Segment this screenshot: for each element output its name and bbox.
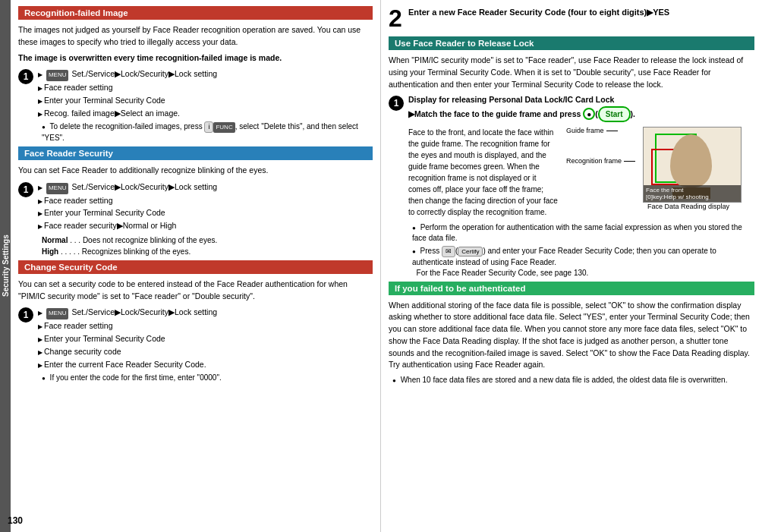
diagram-description: Face to the front, and locate the face w… — [408, 127, 560, 218]
use-face-reader-bullet2: Press ✉(Certify) and enter your Face Rea… — [412, 246, 754, 279]
sidebar-label: Security Settings — [0, 0, 11, 532]
right-panel: 2 Enter a new Face Reader Security Code … — [381, 0, 762, 532]
diagram-area: Face to the front, and locate the face w… — [408, 127, 754, 218]
use-face-reader-step1-content: Display for releasing Personal Data Lock… — [408, 94, 754, 278]
use-face-reader-text2: ▶Match the face to the guide frame and p… — [408, 106, 754, 122]
recognition-frame-label: Recognition frame — [566, 157, 635, 165]
step2-content: Enter a new Face Reader Security Code (f… — [408, 6, 754, 19]
recognition-failed-intro2: The image is overwritten every time reco… — [18, 52, 373, 65]
face-reader-item3: Enter your Terminal Security Code — [38, 206, 373, 219]
use-face-reader-step1: 1 Display for releasing Personal Data Lo… — [389, 94, 754, 278]
change-security-note: If you enter the code for the first time… — [42, 373, 373, 383]
recognition-failed-intro1: The images not judged as yourself by Fac… — [18, 24, 373, 49]
failed-auth-bullet1: When 10 face data files are stored and a… — [392, 375, 754, 386]
face-reader-security-header: Face Reader Security — [18, 146, 373, 160]
step1-content: MENU Set./Service▶Lock/Security▶Lock set… — [38, 68, 373, 143]
use-face-reader-step1-circle: 1 — [389, 96, 404, 111]
guide-frame-label: Guide frame — [566, 127, 635, 134]
left-inner: Recognition-failed Image The images not … — [18, 6, 373, 383]
failed-auth-section: If you failed to be authenticated When a… — [389, 282, 754, 386]
face-reader-security-section: Face Reader Security You can set Face Re… — [18, 146, 373, 257]
step1-item1: MENU Set./Service▶Lock/Security▶Lock set… — [38, 68, 373, 81]
menu-icon3: MENU — [46, 308, 69, 320]
change-security-intro: You can set a security code to be entere… — [18, 279, 373, 303]
image-side: Guide frame Recognition frame — [560, 127, 754, 218]
image-with-labels: Guide frame Recognition frame — [566, 127, 742, 210]
change-security-item1: MENU Set./Service▶Lock/Security▶Lock set… — [38, 306, 373, 320]
right-step2: 2 Enter a new Face Reader Security Code … — [389, 6, 754, 30]
face-shape — [670, 134, 712, 187]
certify-icon: ✉ — [442, 246, 455, 257]
start-button: Start — [598, 106, 631, 122]
change-security-item4: Change security code — [38, 345, 373, 358]
certify-button: Certify — [458, 247, 483, 257]
func-button: FUNC — [213, 122, 235, 132]
face-data-reading-label: Face Data Reading display — [647, 203, 729, 210]
face-reader-security-intro: You can set Face Reader to additionally … — [18, 165, 373, 177]
recognition-failed-section: Recognition-failed Image The images not … — [18, 6, 373, 143]
step1-item3: Enter your Terminal Security Code — [38, 94, 373, 107]
face-reader-item4: Face reader security▶Normal or High — [38, 219, 373, 232]
use-face-reader-section: Use Face Reader to Release Lock When "PI… — [389, 36, 754, 279]
i-button: i — [204, 121, 213, 133]
use-face-reader-intro: When "PIM/IC security mode" is set to "F… — [389, 55, 754, 90]
step1-circle: 1 — [18, 69, 33, 84]
step1-item4: Recog. failed image▶Select an image. — [38, 107, 373, 120]
step1-note: To delete the recognition-failed images,… — [42, 121, 373, 143]
change-security-item5: Enter the current Face Reader Security C… — [38, 358, 373, 371]
face-reader-step1: 1 MENU Set./Service▶Lock/Security▶Lock s… — [18, 181, 373, 257]
recognition-failed-step1: 1 MENU Set./Service▶Lock/Security▶Lock s… — [18, 68, 373, 143]
failed-auth-header: If you failed to be authenticated — [389, 282, 754, 295]
face-reader-item1: MENU Set./Service▶Lock/Security▶Lock set… — [38, 181, 373, 194]
use-face-reader-header: Use Face Reader to Release Lock — [389, 36, 754, 50]
recognition-failed-header: Recognition-failed Image — [18, 6, 373, 20]
normal-desc: Normal . . . Does not recognize blinking… — [42, 235, 373, 246]
change-security-item3: Enter your Terminal Security Code — [38, 332, 373, 345]
step2-number: 2 — [389, 6, 404, 30]
change-security-code-header: Change Security Code — [18, 260, 373, 274]
face-data-overlay: Face the front [0]key:Help w/ shooting — [644, 185, 741, 202]
use-face-reader-text1: Display for releasing Personal Data Lock… — [408, 94, 754, 106]
change-security-step1-circle: 1 — [18, 307, 33, 323]
face-reader-step1-circle: 1 — [18, 182, 33, 197]
step1-item2: Face reader setting — [38, 81, 373, 94]
step2-text: Enter a new Face Reader Security Code (f… — [408, 6, 754, 19]
change-security-step1-content: MENU Set./Service▶Lock/Security▶Lock set… — [38, 306, 373, 383]
face-image-box: Face the front [0]key:Help w/ shooting — [643, 127, 742, 203]
change-security-step1: 1 MENU Set./Service▶Lock/Security▶Lock s… — [18, 306, 373, 383]
face-reader-item2: Face reader setting — [38, 194, 373, 207]
use-face-reader-bullet1: Perform the operation for authentication… — [412, 222, 754, 244]
change-security-code-section: Change Security Code You can set a secur… — [18, 260, 373, 383]
menu-icon2: MENU — [46, 183, 69, 194]
face-reader-step1-content: MENU Set./Service▶Lock/Security▶Lock set… — [38, 181, 373, 257]
high-desc: High . . . . . Recognizes blinking of th… — [42, 246, 373, 257]
face-image-container: Face the front [0]key:Help w/ shooting F… — [635, 127, 742, 210]
frame-labels-area: Guide frame Recognition frame — [566, 127, 635, 165]
change-security-item2: Face reader setting — [38, 320, 373, 332]
menu-icon: MENU — [46, 70, 69, 81]
left-panel: Security Settings Recognition-failed Ima… — [0, 0, 381, 532]
circle-indicator: ● — [583, 108, 595, 120]
failed-auth-intro: When additional storing of the face data… — [389, 300, 754, 372]
page-number: 130 — [8, 515, 23, 526]
